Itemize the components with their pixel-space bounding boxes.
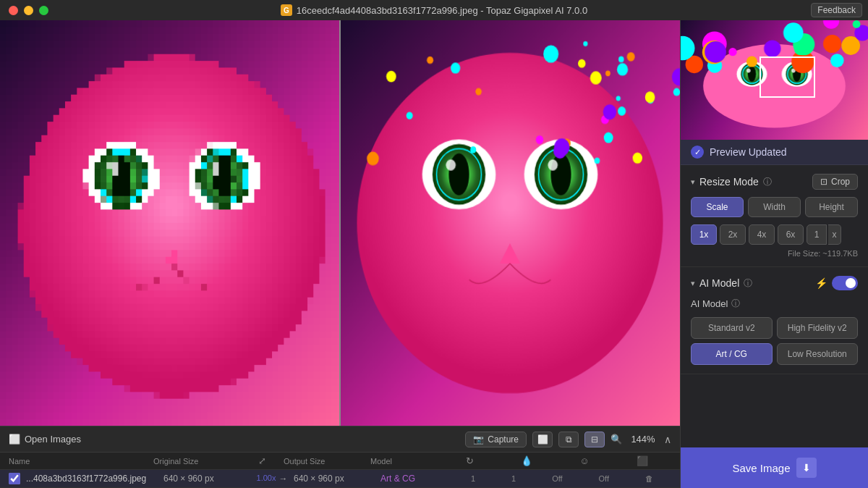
file-scale: 1.00x	[257, 474, 276, 484]
after-canvas	[340, 20, 680, 426]
resize-chevron-icon[interactable]: ▾	[691, 177, 695, 187]
header-icon-1: ↻	[466, 455, 474, 466]
minimize-button[interactable]	[24, 6, 33, 15]
file-delete-button[interactable]: 🗑	[645, 474, 653, 483]
window-controls	[9, 6, 48, 15]
crop-button[interactable]: ⊡ Crop	[812, 174, 858, 190]
ai-model-info-icon[interactable]: ⓘ	[744, 277, 752, 290]
scale-4x-button[interactable]: 4x	[749, 224, 775, 245]
crop-icon: ⊡	[820, 177, 827, 187]
scale-2x-button[interactable]: 2x	[720, 224, 746, 245]
app-icon: G	[281, 4, 292, 16]
header-icons: ↻ 💧 ☺ ⬛	[443, 455, 671, 466]
header-name: Name	[9, 457, 153, 466]
preview-thumbnail	[681, 20, 868, 140]
ai-toggle-switch[interactable]	[832, 276, 858, 290]
image-split-view	[0, 20, 680, 426]
file-col1: 1	[471, 474, 475, 483]
scale-x-label: x	[828, 224, 841, 245]
save-icon: ⬇	[796, 458, 817, 478]
save-image-button[interactable]: Save Image ⬇	[681, 447, 868, 488]
model-low-resolution-button[interactable]: Low Resolution	[777, 343, 859, 365]
resize-mode-header: ▾ Resize Mode ⓘ ⊡ Crop	[691, 174, 858, 190]
file-col2: 1	[511, 474, 516, 483]
header-original-size: Original Size	[153, 457, 240, 466]
ai-toggle-group: ⚡	[815, 276, 858, 290]
ai-toggle-row: ▾ AI Model ⓘ ⚡	[691, 276, 858, 290]
file-name: ...408a3bd3163f1772a996.jpeg	[26, 474, 163, 484]
file-col3: Off	[552, 474, 562, 483]
view-single-button[interactable]: ⬜	[532, 432, 553, 447]
image-before	[0, 20, 340, 426]
collapse-button[interactable]: ∧	[664, 434, 671, 445]
file-model: Art & CG	[380, 474, 453, 484]
ai-model-sub-info-icon[interactable]: ⓘ	[731, 298, 740, 310]
zoom-icon: 🔍	[610, 434, 622, 445]
scale-custom-input[interactable]	[807, 224, 827, 245]
file-output-size: 640 × 960 px	[294, 474, 380, 484]
window-title: G 16ceedcf4ad4408a3bd3163f1772a996.jpeg …	[281, 4, 587, 16]
model-high-fidelity-v2-button[interactable]: High Fidelity v2	[777, 317, 859, 339]
scale-1x-button[interactable]: 1x	[691, 224, 717, 245]
file-col4: Off	[599, 474, 609, 483]
arrow-right-icon: →	[278, 474, 287, 484]
open-images-button[interactable]: ⬜ Open Images	[9, 434, 81, 445]
resize-mode-section: ▾ Resize Mode ⓘ ⊡ Crop Scale Width Heigh…	[681, 165, 868, 267]
toolbar-right: 📷 Capture ⬜ ⧉ ⊟ 🔍 144% ∧	[465, 432, 671, 447]
bolt-icon: ⚡	[815, 277, 827, 289]
ai-chevron-icon[interactable]: ▾	[691, 279, 695, 288]
zoom-level: 144%	[628, 434, 658, 445]
image-after	[340, 20, 680, 426]
camera-icon: 📷	[473, 434, 484, 445]
header-icon-4: ⬛	[637, 455, 648, 466]
feedback-button[interactable]: Feedback	[811, 3, 862, 17]
view-split-button[interactable]: ⊟	[584, 432, 605, 447]
mode-buttons-group: Scale Width Height	[691, 197, 858, 217]
file-icons: 1 1 Off Off 🗑	[453, 474, 671, 483]
checkmark-icon: ✓	[691, 146, 704, 159]
ai-model-title: AI Model	[699, 277, 739, 289]
scale-buttons-group: 1x 2x 4x 6x x	[691, 224, 858, 245]
image-container[interactable]	[0, 20, 680, 426]
file-arrow: 1.00x →	[250, 474, 294, 484]
mode-width-button[interactable]: Width	[748, 197, 801, 217]
table-row[interactable]: ...408a3bd3163f1772a996.jpeg 640 × 960 p…	[0, 470, 680, 488]
mode-height-button[interactable]: Height	[805, 197, 858, 217]
capture-button[interactable]: 📷 Capture	[465, 432, 527, 447]
preview-updated-text: Preview Updated	[710, 146, 787, 158]
mode-scale-button[interactable]: Scale	[691, 197, 744, 217]
image-panel: ⬜ Open Images 📷 Capture ⬜ ⧉ ⊟ 🔍 144% ∧ N…	[0, 20, 680, 488]
view-compare-button[interactable]: ⧉	[558, 432, 579, 447]
main-content: ⬜ Open Images 📷 Capture ⬜ ⧉ ⊟ 🔍 144% ∧ N…	[0, 20, 868, 488]
close-button[interactable]	[9, 6, 18, 15]
scale-6x-button[interactable]: 6x	[778, 224, 804, 245]
split-divider[interactable]	[339, 20, 341, 426]
header-icon-2: 💧	[521, 455, 532, 466]
resize-mode-info-icon[interactable]: ⓘ	[763, 176, 772, 188]
file-original-size: 640 × 960 px	[163, 474, 250, 484]
ai-model-section: ▾ AI Model ⓘ ⚡ AI Model ⓘ Standard v2 Hi…	[681, 267, 868, 374]
model-buttons-group: Standard v2 High Fidelity v2 Art / CG Lo…	[691, 317, 858, 365]
folder-icon: ⬜	[9, 434, 20, 445]
save-section: Save Image ⬇	[681, 447, 868, 488]
preview-updated-banner: ✓ Preview Updated	[681, 140, 868, 165]
ai-model-title-group: ▾ AI Model ⓘ	[691, 277, 752, 290]
model-standard-v2-button[interactable]: Standard v2	[691, 317, 773, 339]
file-list-header: Name Original Size ⤢ Output Size Model ↻…	[0, 453, 680, 470]
header-arrow: ⤢	[240, 455, 284, 466]
resize-mode-title: Resize Mode	[699, 176, 759, 188]
titlebar: G 16ceedcf4ad4408a3bd3163f1772a996.jpeg …	[0, 0, 868, 20]
file-list: Name Original Size ⤢ Output Size Model ↻…	[0, 452, 680, 488]
resize-mode-title-group: ▾ Resize Mode ⓘ	[691, 176, 772, 188]
header-output-size: Output Size	[284, 457, 370, 466]
thumbnail-canvas	[681, 20, 868, 140]
ai-model-label: AI Model ⓘ	[691, 298, 858, 310]
maximize-button[interactable]	[39, 6, 48, 15]
right-panel: ✓ Preview Updated ▾ Resize Mode ⓘ ⊡ Crop…	[680, 20, 868, 488]
header-model: Model	[370, 457, 443, 466]
before-canvas	[0, 20, 340, 426]
expand-icon: ⤢	[258, 455, 266, 466]
model-art-cg-button[interactable]: Art / CG	[691, 343, 773, 365]
bottom-toolbar: ⬜ Open Images 📷 Capture ⬜ ⧉ ⊟ 🔍 144% ∧	[0, 426, 680, 452]
row-checkbox[interactable]	[9, 473, 20, 484]
